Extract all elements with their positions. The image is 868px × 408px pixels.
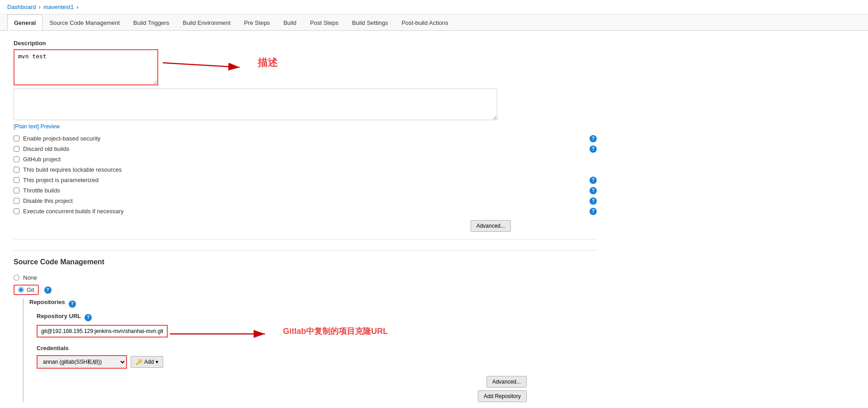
checkbox-concurrent[interactable] xyxy=(14,208,19,214)
checkbox-parameterized[interactable] xyxy=(14,177,19,183)
checkbox-row-discard: Discard old builds ? xyxy=(14,145,597,152)
description-section: Description mvn test 描述 xyxy=(14,40,597,130)
checkbox-throttle-label[interactable]: Throttle builds xyxy=(23,187,60,194)
tab-build-env[interactable]: Build Environment xyxy=(176,14,237,31)
radio-none[interactable] xyxy=(14,275,19,281)
checkbox-lockable-label[interactable]: This build requires lockable resources xyxy=(23,166,122,173)
checkbox-row-parameterized: This project is parameterized ? xyxy=(14,177,597,183)
description-annotation: 描述 xyxy=(258,56,278,70)
add-dropdown-icon: ▾ xyxy=(156,359,158,365)
help-icon-concurrent[interactable]: ? xyxy=(590,208,597,215)
repo-url-input[interactable] xyxy=(37,325,168,338)
help-icon-security[interactable]: ? xyxy=(590,135,597,142)
checkbox-security-label[interactable]: Enable project-based security xyxy=(23,135,100,142)
dashboard-link[interactable]: Dashboard xyxy=(7,4,36,10)
checkbox-row-security: Enable project-based security ? xyxy=(14,135,597,142)
plain-text-link[interactable]: [Plain text] xyxy=(14,123,39,130)
checkbox-row-disable: Disable this project ? xyxy=(14,197,597,204)
help-icon-repositories[interactable]: ? xyxy=(69,300,76,308)
git-radio-highlighted: Git xyxy=(14,285,39,295)
tab-build[interactable]: Build xyxy=(277,14,303,31)
radio-git-label[interactable]: Git xyxy=(27,286,34,293)
svg-line-1 xyxy=(163,63,240,67)
tab-build-settings[interactable]: Build Settings xyxy=(345,14,395,31)
checkbox-github-label[interactable]: GitHub project xyxy=(23,156,61,163)
main-content: General Source Code Management Build Tri… xyxy=(0,14,868,408)
radio-none-label[interactable]: None xyxy=(23,274,37,281)
checkbox-row-concurrent: Execute concurrent builds if necessary ? xyxy=(14,208,597,215)
repo-url-section: Repository URL ? xyxy=(37,313,597,369)
content-area: Description mvn test 描述 xyxy=(0,31,610,408)
checkbox-row-github: GitHub project xyxy=(14,156,597,163)
advanced-button-general[interactable]: Advanced... xyxy=(471,220,511,232)
tab-pre-steps[interactable]: Pre Steps xyxy=(237,14,277,31)
tab-scm[interactable]: Source Code Management xyxy=(42,14,126,31)
add-repository-button[interactable]: Add Repository xyxy=(478,390,527,402)
checkbox-disable[interactable] xyxy=(14,198,19,204)
repo-buttons: Advanced... Add Repository xyxy=(29,376,527,402)
checkbox-throttle[interactable] xyxy=(14,188,19,193)
help-icon-git[interactable]: ? xyxy=(44,286,52,294)
repositories-label: Repositories xyxy=(29,299,65,305)
tab-post-build[interactable]: Post-build Actions xyxy=(395,14,455,31)
credentials-row: annan (gitlab(SSH私钥)) - none - 🔑 Add ▾ xyxy=(37,355,597,369)
help-icon-repo-url[interactable]: ? xyxy=(85,314,92,321)
help-icon-discard[interactable]: ? xyxy=(590,145,597,153)
checkbox-row-lockable: This build requires lockable resources xyxy=(14,166,597,173)
checkbox-security[interactable] xyxy=(14,136,19,141)
key-icon: 🔑 xyxy=(136,359,142,365)
repositories-section: Repositories ? Repository URL ? xyxy=(23,299,597,402)
radio-git[interactable] xyxy=(18,287,24,293)
scm-section: Source Code Management None Git ? Reposi… xyxy=(14,250,597,402)
checkbox-disable-label[interactable]: Disable this project xyxy=(23,197,73,204)
tab-post-steps[interactable]: Post Steps xyxy=(303,14,345,31)
radio-row-none: None xyxy=(14,274,597,281)
checkbox-row-throttle: Throttle builds ? xyxy=(14,187,597,194)
advanced-button-scm[interactable]: Advanced... xyxy=(486,376,527,388)
description-label: Description xyxy=(14,40,597,47)
breadcrumb-sep1: › xyxy=(39,4,41,10)
help-icon-disable[interactable]: ? xyxy=(590,197,597,205)
breadcrumb: Dashboard › maventest1 › xyxy=(0,0,868,14)
help-icon-throttle[interactable]: ? xyxy=(590,187,597,194)
gitlab-arrow xyxy=(170,323,278,345)
checkbox-lockable[interactable] xyxy=(14,167,19,173)
tab-build-triggers[interactable]: Build Triggers xyxy=(127,14,176,31)
credentials-select[interactable]: annan (gitlab(SSH私钥)) - none - xyxy=(37,355,127,369)
add-credentials-button[interactable]: 🔑 Add ▾ xyxy=(131,356,163,368)
preview-link[interactable]: Preview xyxy=(40,123,60,130)
description-textarea-container: mvn test xyxy=(14,49,158,87)
project-link[interactable]: maventest1 xyxy=(43,4,74,10)
text-format-links: [Plain text] Preview xyxy=(14,123,597,130)
tab-general[interactable]: General xyxy=(7,14,42,31)
description-textarea[interactable]: mvn test xyxy=(14,49,158,85)
radio-row-git: Git ? xyxy=(14,285,597,295)
advanced-button-row: Advanced... xyxy=(14,220,511,232)
checkbox-discard-label[interactable]: Discard old builds xyxy=(23,145,70,152)
add-label: Add xyxy=(144,359,154,365)
checkbox-parameterized-label[interactable]: This project is parameterized xyxy=(23,177,99,183)
checkbox-discard[interactable] xyxy=(14,146,19,152)
tabs-bar: General Source Code Management Build Tri… xyxy=(0,14,868,31)
checkbox-github[interactable] xyxy=(14,156,19,162)
breadcrumb-sep2: › xyxy=(76,4,78,10)
checkbox-list: Enable project-based security ? Discard … xyxy=(14,135,597,215)
repo-url-label: Repository URL xyxy=(37,313,81,319)
credentials-section: Credentials annan (gitlab(SSH私钥)) - none… xyxy=(37,345,597,369)
help-icon-parameterized[interactable]: ? xyxy=(590,177,597,184)
description-arrow xyxy=(163,54,253,81)
credentials-label: Credentials xyxy=(37,345,597,352)
checkbox-concurrent-label[interactable]: Execute concurrent builds if necessary xyxy=(23,208,124,215)
gitlab-annotation: Gitlab中复制的项目克隆URL xyxy=(283,326,388,337)
description-textarea-full[interactable] xyxy=(14,89,497,120)
scm-section-title: Source Code Management xyxy=(14,258,597,269)
